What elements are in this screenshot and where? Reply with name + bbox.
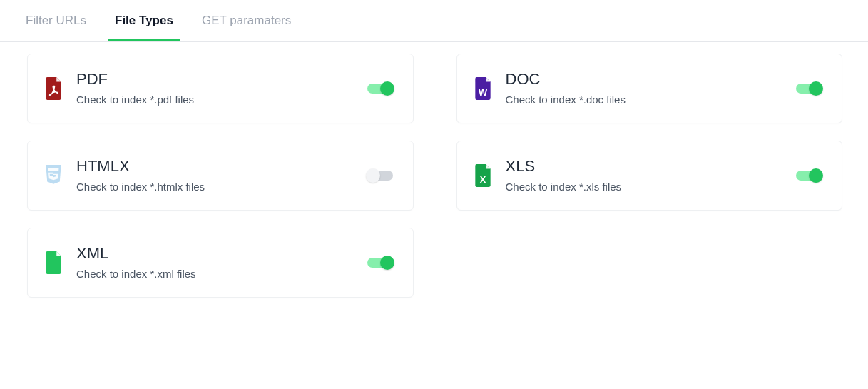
svg-text:X: X: [479, 173, 486, 184]
card-desc: Check to index *.doc files: [506, 93, 797, 107]
card-title: DOC: [506, 70, 797, 89]
card-body: XML Check to index *.xml files: [76, 244, 367, 281]
card-xls: X XLS Check to index *.xls files: [456, 141, 843, 211]
card-body: PDF Check to index *.pdf files: [76, 70, 367, 107]
card-body: XLS Check to index *.xls files: [506, 157, 797, 194]
card-desc: Check to index *.xml files: [76, 267, 367, 281]
card-desc: Check to index *.pdf files: [76, 93, 367, 107]
tab-filter-urls[interactable]: Filter URLs: [26, 1, 86, 41]
xls-icon: X: [473, 164, 493, 187]
tab-get-params[interactable]: GET paramaters: [202, 1, 291, 41]
card-htmlx: HTMLX Check to index *.htmlx files: [27, 141, 414, 211]
svg-text:W: W: [478, 87, 487, 98]
tab-file-types[interactable]: File Types: [115, 1, 173, 41]
card-body: DOC Check to index *.doc files: [506, 70, 797, 107]
card-xml: XML Check to index *.xml files: [27, 228, 414, 298]
file-types-grid: PDF Check to index *.pdf files W DOC Che…: [0, 42, 868, 326]
toggle-htmlx[interactable]: [367, 171, 393, 181]
toggle-pdf[interactable]: [367, 84, 393, 94]
card-title: PDF: [76, 70, 367, 89]
toggle-xls[interactable]: [796, 171, 822, 181]
tabs-bar: Filter URLs File Types GET paramaters: [0, 0, 868, 42]
card-body: HTMLX Check to index *.htmlx files: [76, 157, 367, 194]
xml-icon: [44, 251, 63, 274]
card-title: XML: [76, 244, 367, 263]
card-desc: Check to index *.xls files: [506, 180, 797, 194]
toggle-xml[interactable]: [367, 258, 393, 268]
doc-icon: W: [473, 77, 493, 100]
pdf-icon: [44, 77, 63, 100]
html5-icon: [44, 164, 63, 187]
card-pdf: PDF Check to index *.pdf files: [27, 54, 414, 123]
card-doc: W DOC Check to index *.doc files: [456, 54, 843, 123]
card-title: XLS: [506, 157, 797, 176]
card-desc: Check to index *.htmlx files: [76, 180, 367, 194]
toggle-doc[interactable]: [796, 84, 822, 94]
card-title: HTMLX: [76, 157, 367, 176]
